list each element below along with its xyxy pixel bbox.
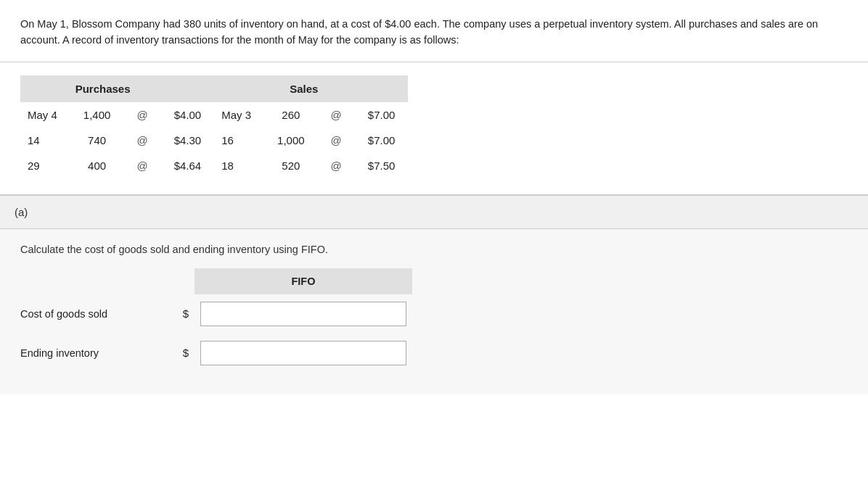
sale-price: $7.00 [355, 128, 409, 153]
cost-of-goods-row: Cost of goods sold $ [20, 294, 412, 334]
purchase-qty: 740 [70, 128, 124, 153]
table-section: Purchases Sales May 4 1,400 @ $4.00 May … [0, 62, 868, 196]
purchase-at: @ [123, 128, 160, 153]
purchase-date: 14 [20, 128, 70, 153]
purchase-qty: 400 [70, 153, 124, 178]
sale-date: 18 [214, 153, 264, 178]
cost-of-goods-input[interactable] [200, 302, 406, 326]
sale-at: @ [318, 102, 355, 128]
purchase-price: $4.30 [161, 128, 215, 153]
cost-dollar-sign: $ [177, 294, 195, 334]
sale-at: @ [318, 128, 355, 153]
table-row: 29 400 @ $4.64 18 520 @ $7.50 [20, 153, 408, 178]
fifo-input-table: FIFO Cost of goods sold $ Ending invento… [20, 268, 412, 373]
purchase-at: @ [123, 102, 160, 128]
part-a-label: (a) [15, 206, 28, 218]
ending-inventory-input[interactable] [200, 341, 406, 365]
table-row: 14 740 @ $4.30 16 1,000 @ $7.00 [20, 128, 408, 153]
purchase-price: $4.64 [161, 153, 215, 178]
sale-date: May 3 [214, 102, 264, 128]
purchase-date: 29 [20, 153, 70, 178]
purchases-header: Purchases [20, 75, 214, 102]
sale-date: 16 [214, 128, 264, 153]
purchase-price: $4.00 [161, 102, 215, 128]
fifo-header: FIFO [195, 268, 412, 294]
fifo-label-spacer [20, 268, 177, 294]
cost-of-goods-input-cell[interactable] [195, 294, 412, 334]
inventory-table: Purchases Sales May 4 1,400 @ $4.00 May … [20, 75, 408, 178]
calculate-text: Calculate the cost of goods sold and end… [20, 244, 848, 255]
sale-qty: 1,000 [264, 128, 318, 153]
ending-inventory-label: Ending inventory [20, 334, 177, 373]
part-a-header: (a) [0, 196, 868, 229]
intro-section: On May 1, Blossom Company had 380 units … [0, 0, 868, 62]
ending-dollar-sign: $ [177, 334, 195, 373]
sale-price: $7.00 [355, 102, 409, 128]
part-a-content: Calculate the cost of goods sold and end… [0, 229, 868, 394]
sale-qty: 520 [264, 153, 318, 178]
intro-text: On May 1, Blossom Company had 380 units … [20, 16, 848, 49]
table-row: May 4 1,400 @ $4.00 May 3 260 @ $7.00 [20, 102, 408, 128]
sale-qty: 260 [264, 102, 318, 128]
ending-inventory-row: Ending inventory $ [20, 334, 412, 373]
cost-of-goods-label: Cost of goods sold [20, 294, 177, 334]
sales-header: Sales [214, 75, 408, 102]
ending-inventory-input-cell[interactable] [195, 334, 412, 373]
purchase-at: @ [123, 153, 160, 178]
sale-at: @ [318, 153, 355, 178]
fifo-table-container: FIFO Cost of goods sold $ Ending invento… [20, 268, 412, 373]
purchase-date: May 4 [20, 102, 70, 128]
sale-price: $7.50 [355, 153, 409, 178]
fifo-dollar-spacer [177, 268, 195, 294]
purchase-qty: 1,400 [70, 102, 124, 128]
